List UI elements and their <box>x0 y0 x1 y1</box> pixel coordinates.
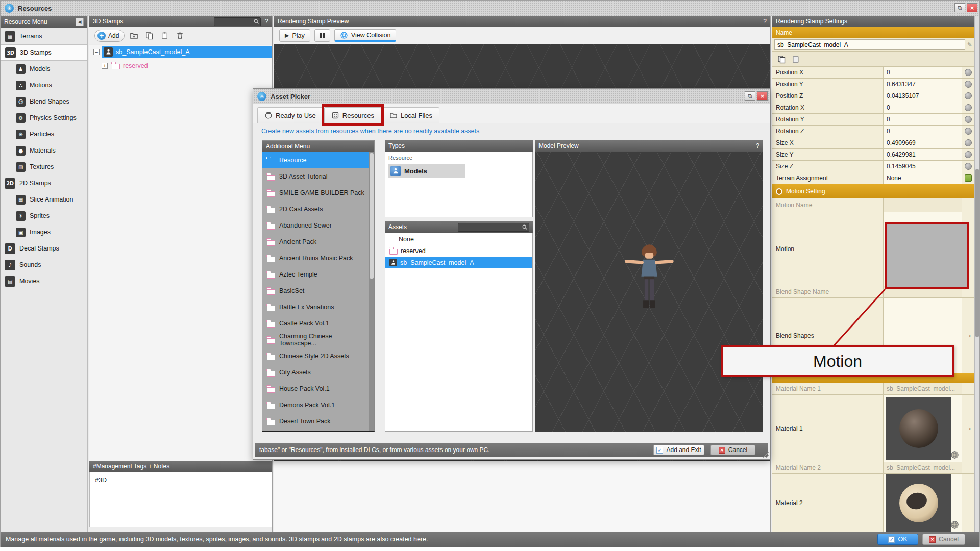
menu-item-chinese-style-2d-assets[interactable]: Chinese Style 2D Assets <box>262 348 369 364</box>
copy-settings-button[interactable] <box>775 53 788 65</box>
property-value[interactable]: 0 <box>884 126 962 137</box>
sidebar-item-2d-stamps[interactable]: 2D 2D Stamps <box>1 175 87 191</box>
restore-button[interactable]: ⧉ <box>745 91 755 101</box>
collapse-sidebar-button[interactable]: ◀ <box>76 18 84 26</box>
property-reset[interactable] <box>962 149 974 160</box>
types-item-models[interactable]: Models <box>388 164 465 178</box>
sidebar-item-terrains[interactable]: ▦ Terrains <box>1 28 87 44</box>
property-reset[interactable] <box>962 161 974 172</box>
menu-item-demons-pack-vol-1[interactable]: Demons Pack Vol.1 <box>262 397 369 413</box>
property-value[interactable]: 0.04135107 <box>884 90 962 102</box>
new-folder-button[interactable] <box>128 30 140 42</box>
main-title-bar[interactable]: ✳ Resources ⧉ × <box>1 1 979 16</box>
property-value[interactable]: 0 <box>884 114 962 125</box>
menu-item-ancient-ruins-music-pack[interactable]: Ancient Ruins Music Pack <box>262 250 369 266</box>
menu-item-aztec-temple[interactable]: Aztec Temple <box>262 266 369 283</box>
material-1-preview[interactable] <box>886 397 951 460</box>
sidebar-item-sounds[interactable]: ♪ Sounds <box>1 257 87 273</box>
property-value[interactable]: 0.4909669 <box>884 137 962 148</box>
dialog-cancel-button[interactable]: × Cancel <box>710 445 755 455</box>
pin-icon[interactable]: ✎ <box>967 41 972 48</box>
menu-item-basicset[interactable]: BasicSet <box>262 283 369 299</box>
tags-note-area[interactable]: #3D <box>89 472 272 527</box>
property-value[interactable]: 0.6429981 <box>884 149 962 160</box>
tab-ready-to-use[interactable]: Ready to Use <box>257 107 323 123</box>
sidebar-item-3d-stamps[interactable]: 3D 3D Stamps <box>1 44 87 61</box>
help-icon[interactable]: ? <box>756 142 760 149</box>
sidebar-item-textures[interactable]: ▨ Textures <box>1 159 87 175</box>
material-name-1-value[interactable]: sb_SampleCast_model... <box>884 383 962 394</box>
property-reset[interactable] <box>962 114 974 125</box>
tree-item-reserved[interactable]: + reserved <box>89 59 272 72</box>
stamps-search[interactable] <box>214 17 261 26</box>
sidebar-item-slice-animation[interactable]: ▦ Slice Animation <box>1 191 87 208</box>
expand-arrow-icon[interactable]: → <box>962 395 974 462</box>
menu-item-smile-game-builder-pack[interactable]: SMILE GAME BUILDER Pack <box>262 185 369 201</box>
asset-item-none[interactable]: None <box>385 233 532 245</box>
motion-name-value[interactable] <box>884 198 962 212</box>
help-icon[interactable]: ? <box>763 18 767 25</box>
material-2-preview[interactable] <box>886 474 951 532</box>
ok-button[interactable]: ✓ OK <box>877 534 918 545</box>
property-reset[interactable] <box>962 90 974 102</box>
help-icon[interactable]: ? <box>265 18 268 25</box>
delete-button[interactable] <box>174 30 186 42</box>
sidebar-item-movies[interactable]: ▤ Movies <box>1 273 87 289</box>
menu-scrollbar[interactable] <box>369 152 374 431</box>
property-value[interactable]: 0.6431347 <box>884 79 962 90</box>
collapse-expander-icon[interactable]: − <box>93 49 100 55</box>
name-input[interactable] <box>774 39 965 50</box>
tab-resources[interactable]: Resources <box>324 107 381 123</box>
sidebar-item-decal-stamps[interactable]: D Decal Stamps <box>1 240 87 257</box>
menu-item-city-assets[interactable]: City Assets <box>262 364 369 381</box>
dialog-title-bar[interactable]: ✳ Asset Picker ⧉ × <box>253 89 770 104</box>
property-reset[interactable] <box>962 67 974 78</box>
material-zoom-icon[interactable] <box>950 520 960 530</box>
sidebar-item-models[interactable]: ♟ Models <box>1 61 87 77</box>
restore-button[interactable]: ⧉ <box>954 3 965 12</box>
close-button[interactable]: × <box>757 91 768 101</box>
play-button[interactable]: ▶ Play <box>279 29 310 42</box>
paste-settings-button[interactable] <box>790 53 802 65</box>
tab-local-files[interactable]: Local Files <box>382 107 439 123</box>
close-button[interactable]: × <box>967 3 977 12</box>
material-1-slot[interactable] <box>884 395 962 462</box>
scrollbar-thumb[interactable] <box>370 153 374 279</box>
asset-item-reserved[interactable]: reserved <box>385 245 532 257</box>
menu-item-ancient-pack[interactable]: Ancient Pack <box>262 234 369 250</box>
add-and-exit-button[interactable]: ✓ Add and Exit <box>653 445 704 455</box>
add-button[interactable]: + Add <box>94 30 125 42</box>
sidebar-item-blend-shapes[interactable]: ☺ Blend Shapes <box>1 93 87 110</box>
menu-item-resource[interactable]: Resource <box>262 152 369 168</box>
property-reset[interactable] <box>962 172 974 184</box>
material-zoom-icon[interactable] <box>950 450 960 460</box>
property-value[interactable]: None <box>884 172 962 184</box>
stamps-search-input[interactable] <box>217 18 253 25</box>
sidebar-item-sprites[interactable]: ☀ Sprites <box>1 208 87 224</box>
material-name-2-value[interactable]: sb_SampleCast_model... <box>884 462 962 473</box>
property-reset[interactable] <box>962 79 974 90</box>
property-reset[interactable] <box>962 102 974 113</box>
menu-item-desert-town-pack[interactable]: Desert Town Pack <box>262 413 369 430</box>
property-value[interactable]: 0.1459045 <box>884 161 962 172</box>
menu-item-charming-chinese-townscape[interactable]: Charming Chinese Townscape... <box>262 332 369 348</box>
property-reset[interactable] <box>962 126 974 137</box>
asset-item-sb-samplecast-model-a[interactable]: sb_SampleCast_model_A <box>385 257 532 268</box>
assets-search-input[interactable] <box>486 224 522 231</box>
model-preview-viewport[interactable] <box>535 152 763 432</box>
pause-button[interactable] <box>314 29 330 42</box>
cancel-button[interactable]: × Cancel <box>922 534 965 545</box>
menu-item-castle-pack-vol-1[interactable]: Castle Pack Vol.1 <box>262 315 369 332</box>
sidebar-item-physics-settings[interactable]: ⚙ Physics Settings <box>1 110 87 126</box>
view-collision-button[interactable]: View Collision <box>334 29 397 42</box>
material-2-slot[interactable] <box>884 474 962 532</box>
sidebar-item-images[interactable]: ▣ Images <box>1 224 87 240</box>
settings-scrollbar[interactable] <box>974 16 979 533</box>
menu-item-abandoned-sewer[interactable]: Abandoned Sewer <box>262 217 369 234</box>
menu-item-house-pack-vol-1[interactable]: House Pack Vol.1 <box>262 381 369 397</box>
property-reset[interactable] <box>962 137 974 148</box>
paste-button[interactable] <box>158 30 170 42</box>
expand-expander-icon[interactable]: + <box>102 63 108 69</box>
copy-button[interactable] <box>143 30 155 42</box>
sidebar-item-materials[interactable]: ● Materials <box>1 142 87 159</box>
